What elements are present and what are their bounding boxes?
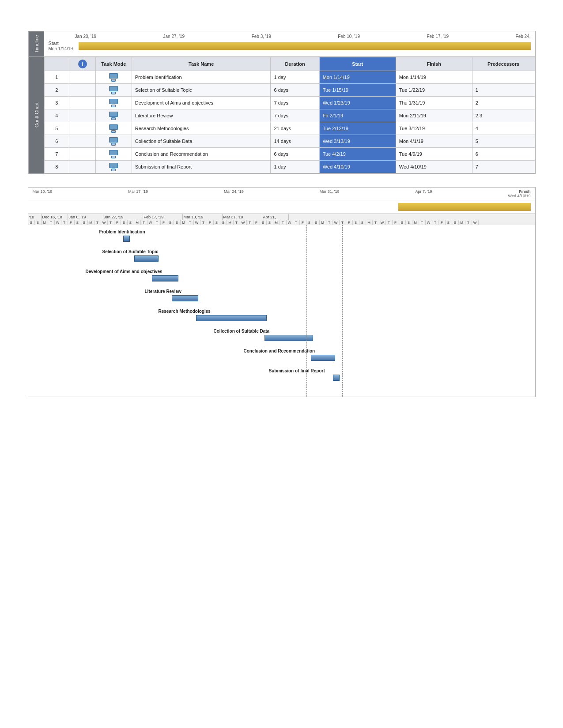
row-mode bbox=[95, 122, 132, 135]
row-duration: 6 days bbox=[271, 148, 319, 161]
bd-6: Mar 10, '19 bbox=[183, 214, 223, 220]
table-row: 1 Problem Identification 1 day Mon 1/14/… bbox=[44, 71, 535, 84]
row-duration: 1 day bbox=[271, 71, 319, 84]
day-cell: F bbox=[346, 220, 353, 225]
timeline-dates-row: Jan 20, '19 Jan 27, '19 Feb 3, '19 Feb 1… bbox=[49, 34, 531, 39]
row-info bbox=[69, 122, 96, 135]
row-num: 3 bbox=[44, 97, 69, 109]
row-info bbox=[69, 109, 96, 122]
day-cell: W bbox=[379, 220, 386, 225]
day-cell: T bbox=[340, 220, 346, 225]
day-cell: F bbox=[161, 220, 167, 225]
table-row: 5 Research Methodologies 21 days Tue 2/1… bbox=[44, 122, 535, 135]
finish-bar bbox=[398, 203, 531, 211]
timeline-date-4: Feb 10, '19 bbox=[338, 34, 360, 39]
day-cell: W bbox=[55, 220, 61, 225]
row-pred: 7 bbox=[472, 161, 535, 173]
day-cell: T bbox=[326, 220, 333, 225]
row-duration: 6 days bbox=[271, 84, 319, 97]
row-info bbox=[69, 135, 96, 148]
timeline-date-6: Feb 24, bbox=[516, 34, 531, 39]
day-cell: S bbox=[128, 220, 134, 225]
row-taskname: Submission of final Report bbox=[132, 161, 271, 173]
timeline-bar-row: Start Mon 1/14/19 bbox=[49, 41, 531, 51]
row-info bbox=[69, 161, 96, 173]
chart-bar bbox=[123, 236, 130, 242]
mid-timeline-dates: Mar 10, '19 Mar 17, '19 Mar 24, '19 Mar … bbox=[28, 187, 536, 200]
row-mode bbox=[95, 148, 132, 161]
days-row: SSMTWTFSSMTWTFSSMTWTFSSMTWTFSSMTWTFSSMTW… bbox=[28, 220, 536, 225]
day-cell: T bbox=[141, 220, 147, 225]
row-taskname: Conclusion and Recommendation bbox=[132, 148, 271, 161]
chart-bar bbox=[152, 275, 178, 281]
day-cell: S bbox=[306, 220, 313, 225]
bd-3: Jan 6, '19 bbox=[68, 214, 103, 220]
task-mode-icon bbox=[109, 86, 118, 93]
day-cell: T bbox=[154, 220, 161, 225]
row-num: 7 bbox=[44, 148, 69, 161]
timeline-date-3: Feb 3, '19 bbox=[252, 34, 271, 39]
day-cell: S bbox=[267, 220, 273, 225]
day-cell: M bbox=[320, 220, 326, 225]
dotted-line bbox=[342, 225, 343, 397]
mid-date-5: Apr 7, '19 bbox=[415, 189, 432, 198]
chart-task-label: Research Methodologies bbox=[159, 309, 211, 314]
row-duration: 1 day bbox=[271, 161, 319, 173]
day-cell: W bbox=[472, 220, 479, 225]
row-pred bbox=[472, 71, 535, 84]
row-info bbox=[69, 71, 96, 84]
timeline-date-5: Feb 17, '19 bbox=[427, 34, 449, 39]
row-num: 5 bbox=[44, 122, 69, 135]
info-icon: i bbox=[78, 60, 87, 68]
row-duration: 7 days bbox=[271, 97, 319, 109]
row-num: 8 bbox=[44, 161, 69, 173]
timeline-date-2: Jan 27, '19 bbox=[163, 34, 185, 39]
table-row: 2 Selection of Suitable Topic 6 days Tue… bbox=[44, 84, 535, 97]
th-info: i bbox=[69, 57, 96, 71]
row-pred: 6 bbox=[472, 148, 535, 161]
chart-task-label: Conclusion and Recommendation bbox=[244, 349, 315, 353]
timeline-content: Jan 20, '19 Jan 27, '19 Feb 3, '19 Feb 1… bbox=[44, 31, 535, 56]
bd-1: '18 bbox=[28, 214, 42, 220]
day-cell: M bbox=[42, 220, 48, 225]
day-cell: S bbox=[121, 220, 128, 225]
row-pred: 4 bbox=[472, 122, 535, 135]
timeline-bar bbox=[79, 42, 531, 50]
row-duration: 21 days bbox=[271, 122, 319, 135]
day-cell: S bbox=[174, 220, 181, 225]
chart-bar bbox=[196, 315, 267, 321]
row-pred: 2 bbox=[472, 97, 535, 109]
timeline-sidebar-label: Timeline bbox=[28, 31, 44, 56]
day-cell: S bbox=[446, 220, 452, 225]
day-cell: T bbox=[432, 220, 439, 225]
row-taskname: Collection of Suitable Data bbox=[132, 135, 271, 148]
row-num: 2 bbox=[44, 84, 69, 97]
table-row: 6 Collection of Suitable Data 14 days We… bbox=[44, 135, 535, 148]
day-cell: T bbox=[247, 220, 253, 225]
day-cell: S bbox=[359, 220, 366, 225]
table-row: 7 Conclusion and Recommendation 6 days T… bbox=[44, 148, 535, 161]
gantt-table: i Task Mode Task Name Duration Start bbox=[44, 57, 535, 173]
finish-bar-row bbox=[28, 200, 536, 214]
row-finish: Tue 1/22/19 bbox=[396, 84, 472, 97]
day-cell: S bbox=[406, 220, 412, 225]
row-pred: 5 bbox=[472, 135, 535, 148]
gantt-container: Timeline Jan 20, '19 Jan 27, '19 Feb 3, … bbox=[28, 31, 536, 174]
bottom-section-wrapper: Mar 10, '19 Mar 17, '19 Mar 24, '19 Mar … bbox=[28, 187, 536, 397]
row-start: Tue 4/2/19 bbox=[319, 148, 396, 161]
bd-7: Mar 31, '19 bbox=[223, 214, 262, 220]
task-mode-icon bbox=[109, 150, 118, 157]
day-cell: W bbox=[194, 220, 200, 225]
day-cell: T bbox=[293, 220, 300, 225]
day-cell: S bbox=[81, 220, 88, 225]
th-finish: Finish bbox=[396, 57, 472, 71]
day-cell: W bbox=[101, 220, 108, 225]
timeline-bar-container bbox=[79, 42, 531, 50]
row-taskname: Selection of Suitable Topic bbox=[132, 84, 271, 97]
row-taskname: Problem Identification bbox=[132, 71, 271, 84]
bd-4: Jan 27, '19 bbox=[103, 214, 143, 220]
day-cell: F bbox=[300, 220, 306, 225]
th-start: Start bbox=[319, 57, 396, 71]
table-row: 4 Literature Review 7 days Fri 2/1/19 Mo… bbox=[44, 109, 535, 122]
row-num: 1 bbox=[44, 71, 69, 84]
